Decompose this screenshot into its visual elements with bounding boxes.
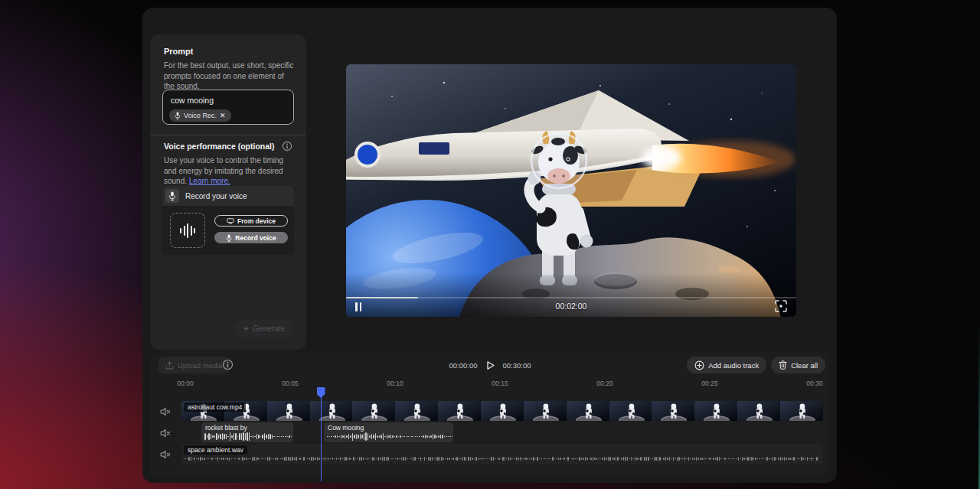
- ruler-tick: 00:00: [177, 380, 193, 387]
- video-track[interactable]: astronaut cow.mp4: [181, 401, 823, 421]
- video-thumbnail: [352, 401, 395, 421]
- timeline-transport: 00:00:00 00:30:00: [429, 357, 551, 373]
- panel-divider: [150, 135, 306, 135]
- timeline-actions: Add audio track Clear all: [687, 357, 825, 373]
- timeline-duration: 00:30:00: [503, 361, 531, 370]
- clip-label: rocket blast by: [205, 424, 247, 432]
- mute-video-track-button[interactable]: [160, 406, 171, 417]
- ruler-tick: 00:15: [492, 380, 508, 387]
- audio-clip-rocket-blast[interactable]: rocket blast by: [201, 422, 293, 442]
- info-icon[interactable]: [282, 141, 292, 152]
- app-window: Prompt For the best output, use short, s…: [142, 8, 837, 483]
- upload-icon: [165, 361, 174, 370]
- timeline-ruler[interactable]: 00:00 00:05 00:10 00:15 00:20 00:25 00:3…: [150, 380, 829, 390]
- prompt-help-text: For the best output, use short, specific…: [164, 60, 294, 92]
- mic-icon: [168, 191, 176, 200]
- voice-performance-title: Voice performance (optional): [164, 142, 275, 151]
- video-player[interactable]: 00:02:00: [346, 64, 796, 317]
- from-device-button[interactable]: From device: [214, 215, 288, 227]
- record-voice-button[interactable]: Record voice: [214, 232, 288, 243]
- mic-icon: [175, 112, 181, 119]
- audio-track-2[interactable]: space ambient.wav: [181, 444, 823, 465]
- desktop: { "panel": { "prompt_title": "Prompt", "…: [0, 0, 980, 489]
- upload-media-label: Upload media: [178, 361, 223, 370]
- play-button[interactable]: [485, 360, 495, 370]
- learn-more-link[interactable]: Learn more.: [189, 177, 230, 185]
- trash-icon: [779, 360, 787, 370]
- mic-square: [165, 189, 179, 203]
- record-your-voice-label: Record your voice: [185, 192, 247, 200]
- voice-performance-help: Use your voice to control the timing and…: [164, 155, 294, 187]
- generate-label: Generate: [253, 324, 285, 333]
- ruler-tick: 00:05: [282, 380, 298, 387]
- video-thumbnail: [267, 401, 310, 421]
- from-device-label: From device: [237, 217, 276, 225]
- ruler-tick: 00:25: [701, 380, 717, 387]
- player-timestamp: 00:02:00: [346, 302, 796, 311]
- record-voice-label: Record voice: [235, 234, 276, 242]
- clear-all-button[interactable]: Clear all: [771, 357, 825, 373]
- clip-waveform: [204, 432, 290, 442]
- add-audio-track-label: Add audio track: [708, 361, 759, 370]
- video-thumbnail: [481, 401, 524, 421]
- ambient-track-label: space ambient.wav: [184, 445, 247, 455]
- clip-waveform: [327, 432, 450, 442]
- playhead-line: [321, 390, 322, 481]
- video-thumbnail: [567, 401, 609, 421]
- voice-waveform-slot[interactable]: [170, 213, 205, 248]
- prompt-input[interactable]: cow mooing Voice Rec. ✕: [162, 90, 294, 125]
- upload-media-button[interactable]: Upload media: [158, 357, 230, 373]
- video-thumbnail: [780, 401, 823, 421]
- mute-audio-track-2-button[interactable]: [160, 449, 171, 460]
- audio-track-1[interactable]: rocket blast by Cow mooing: [181, 422, 823, 442]
- player-progress-bar[interactable]: [346, 297, 796, 298]
- video-track-label: astronaut cow.mp4: [184, 403, 246, 412]
- device-icon: [227, 218, 234, 224]
- player-progress-fill: [346, 297, 418, 298]
- mute-audio-track-1-button[interactable]: [160, 428, 171, 438]
- clip-label: Cow mooing: [328, 424, 364, 432]
- ruler-tick: 00:20: [596, 380, 612, 387]
- waveform-icon: [180, 223, 195, 238]
- ruler-tick: 00:10: [387, 380, 403, 387]
- prompt-title: Prompt: [164, 47, 194, 56]
- chip-close-icon[interactable]: ✕: [220, 112, 226, 119]
- video-thumbnail: [609, 401, 652, 421]
- audio-clip-cow-mooing[interactable]: Cow mooing: [324, 422, 453, 442]
- generate-button[interactable]: ✦ Generate: [234, 319, 294, 337]
- video-thumbnail: [310, 401, 353, 421]
- video-thumbnail: [395, 401, 438, 421]
- prompt-input-value: cow mooing: [171, 96, 286, 105]
- mic-icon: [226, 234, 232, 242]
- voice-chip-label: Voice Rec.: [184, 112, 217, 119]
- video-thumbnail: [652, 401, 694, 421]
- track-waveform: [185, 455, 820, 462]
- clear-all-label: Clear all: [791, 361, 818, 370]
- video-thumbnail: [694, 401, 737, 421]
- plus-circle-icon: [694, 360, 704, 370]
- ruler-tick: 00:30: [806, 380, 822, 387]
- timeline-current-time: 00:00:00: [449, 361, 478, 370]
- video-thumbnail: [737, 401, 780, 421]
- prompt-panel: Prompt For the best output, use short, s…: [150, 34, 306, 350]
- info-icon[interactable]: [222, 359, 234, 370]
- record-controls: From device Record voice: [162, 206, 294, 255]
- video-thumbnail: [524, 401, 567, 421]
- add-audio-track-button[interactable]: Add audio track: [687, 357, 766, 373]
- video-thumbnail: [438, 401, 481, 421]
- fullscreen-icon[interactable]: [775, 300, 787, 312]
- record-your-voice-row[interactable]: Record your voice: [162, 186, 294, 206]
- sparkle-icon: ✦: [243, 324, 249, 333]
- voice-recording-chip[interactable]: Voice Rec. ✕: [169, 109, 231, 122]
